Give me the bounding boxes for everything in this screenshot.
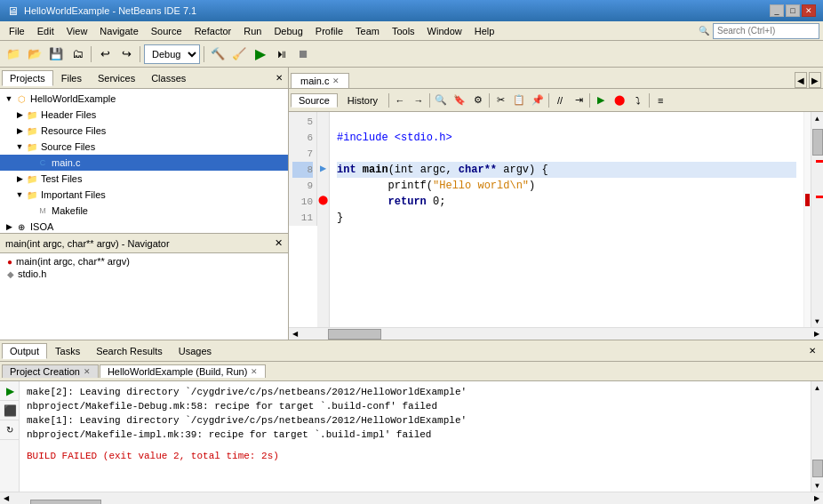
output-tab-project-close[interactable]: ✕: [84, 367, 91, 376]
tab-files[interactable]: Files: [53, 70, 90, 86]
output-stop-button[interactable]: ⬛: [0, 401, 20, 420]
et-bookmark-button[interactable]: 🔖: [451, 92, 468, 109]
menu-edit[interactable]: Edit: [32, 24, 60, 38]
output-vscroll-up[interactable]: ▲: [811, 381, 824, 394]
expand-header-icon[interactable]: ▶: [14, 110, 25, 119]
output-hscroll-thumb[interactable]: [30, 500, 101, 505]
project-tree[interactable]: ▼ ⬡ HelloWorldExample ▶ 📁 Header Files ▶…: [0, 89, 288, 233]
navigator-close[interactable]: ✕: [275, 237, 283, 249]
et-search-button[interactable]: 🔍: [432, 92, 450, 109]
output-hscroll-left[interactable]: ◀: [0, 492, 12, 505]
undo-button[interactable]: ↩: [95, 44, 115, 64]
editor-area[interactable]: 5 6 7 8 9 10 11 ▶: [289, 112, 823, 327]
clean-button[interactable]: 🧹: [229, 44, 249, 64]
et-breakpoint-button[interactable]: ⬤: [611, 92, 628, 109]
code-editor[interactable]: #include <stdio.h> int main(int argc, ch…: [330, 112, 803, 327]
tab-services[interactable]: Services: [90, 70, 143, 86]
editor-hscroll[interactable]: ◀ ▶: [289, 327, 823, 340]
tab-tasks[interactable]: Tasks: [47, 343, 88, 359]
menu-navigate[interactable]: Navigate: [94, 24, 143, 38]
menu-view[interactable]: View: [61, 24, 93, 38]
menu-run[interactable]: Run: [238, 24, 267, 38]
tree-root[interactable]: ▼ ⬡ HelloWorldExample: [0, 91, 288, 107]
new-project-button[interactable]: 📁: [4, 44, 23, 64]
maximize-button[interactable]: □: [786, 4, 800, 17]
menu-help[interactable]: Help: [469, 24, 500, 38]
expand-resource-icon[interactable]: ▶: [14, 126, 25, 135]
menu-debug[interactable]: Debug: [268, 24, 308, 38]
save-all-button[interactable]: 🗂: [68, 44, 87, 64]
et-format-button[interactable]: ⇥: [570, 92, 587, 109]
tab-scroll-right[interactable]: ▶: [809, 72, 821, 88]
menu-tools[interactable]: Tools: [387, 24, 420, 38]
et-paste-button[interactable]: 📌: [529, 92, 547, 109]
stop-button[interactable]: ⏹: [293, 44, 313, 64]
search-input[interactable]: [713, 23, 819, 39]
source-tab[interactable]: Source: [291, 93, 338, 108]
debug-run-button[interactable]: ⏯: [272, 44, 292, 64]
editor-vscroll[interactable]: ▲ ▼: [811, 112, 823, 327]
et-toggle-button[interactable]: ⚙: [469, 92, 487, 109]
hscroll-right-button[interactable]: ▶: [811, 328, 823, 340]
list-item[interactable]: ▶ ⊕ ISOA: [0, 219, 288, 233]
et-back-button[interactable]: ←: [391, 92, 409, 109]
close-button[interactable]: ✕: [802, 4, 816, 17]
vscroll-down-button[interactable]: ▼: [811, 315, 824, 327]
menu-refactor[interactable]: Refactor: [189, 24, 237, 38]
hscroll-track[interactable]: [301, 328, 811, 340]
editor-tab-mainc[interactable]: main.c ✕: [291, 73, 349, 88]
list-item[interactable]: M Makefile: [0, 203, 288, 219]
history-tab[interactable]: History: [340, 93, 386, 108]
vscroll-up-button[interactable]: ▲: [811, 112, 824, 124]
output-hscroll[interactable]: ◀ ▶: [0, 492, 823, 504]
open-button[interactable]: 📂: [25, 44, 44, 64]
output-vscroll-down[interactable]: ▼: [811, 479, 824, 492]
tab-output[interactable]: Output: [2, 343, 47, 359]
et-cut-button[interactable]: ✂: [491, 92, 509, 109]
et-copy-button[interactable]: 📋: [510, 92, 528, 109]
menu-source[interactable]: Source: [146, 24, 188, 38]
nav-item-stdio[interactable]: ◆ stdio.h: [4, 268, 284, 280]
output-text-area[interactable]: make[2]: Leaving directory `/cygdrive/c/…: [20, 381, 811, 492]
minimize-button[interactable]: _: [770, 4, 784, 17]
editor-tab-close[interactable]: ✕: [332, 76, 340, 85]
expand-isoa-icon[interactable]: ▶: [4, 222, 14, 231]
hscroll-thumb[interactable]: [328, 329, 381, 340]
run-button[interactable]: ▶: [251, 44, 270, 64]
output-vscroll[interactable]: ▲ ▼: [811, 381, 823, 492]
left-panel-close[interactable]: ✕: [272, 71, 286, 84]
tab-search-results[interactable]: Search Results: [88, 343, 171, 359]
output-tab-project-creation[interactable]: Project Creation ✕: [2, 364, 99, 378]
list-item[interactable]: ▼ 📁 Important Files: [0, 187, 288, 203]
et-more-button[interactable]: ≡: [651, 92, 669, 109]
nav-item-main[interactable]: ● main(int argc, char** argv): [4, 255, 284, 268]
et-forward-button[interactable]: →: [410, 92, 427, 109]
build-button[interactable]: 🔨: [208, 44, 228, 64]
tab-projects[interactable]: Projects: [2, 70, 53, 86]
output-vscroll-thumb[interactable]: [812, 460, 823, 477]
redo-button[interactable]: ↪: [116, 44, 136, 64]
list-item[interactable]: ▶ 📁 Resource Files: [0, 123, 288, 139]
list-item[interactable]: ▶ 📁 Test Files: [0, 171, 288, 187]
output-run-button[interactable]: ▶: [0, 381, 20, 401]
et-comment-button[interactable]: //: [551, 92, 569, 109]
vscroll-thumb[interactable]: [812, 129, 823, 156]
list-item[interactable]: ▼ 📁 Source Files: [0, 139, 288, 155]
tab-classes[interactable]: Classes: [143, 70, 194, 86]
expand-test-icon[interactable]: ▶: [14, 174, 25, 183]
tab-usages[interactable]: Usages: [171, 343, 220, 359]
tab-scroll-left[interactable]: ◀: [795, 72, 807, 88]
list-item[interactable]: C main.c: [0, 155, 288, 171]
hscroll-left-button[interactable]: ◀: [289, 328, 301, 340]
menu-file[interactable]: File: [4, 24, 30, 38]
output-hscroll-right[interactable]: ▶: [811, 492, 823, 505]
output-vscroll-track[interactable]: [811, 394, 823, 479]
output-rerun-button[interactable]: ↻: [0, 420, 20, 440]
config-select[interactable]: Debug: [144, 44, 200, 64]
menu-team[interactable]: Team: [350, 24, 385, 38]
expand-important-icon[interactable]: ▼: [14, 190, 25, 199]
output-tab-build-close[interactable]: ✕: [251, 367, 258, 376]
vscroll-track[interactable]: [811, 124, 823, 315]
menu-window[interactable]: Window: [422, 24, 467, 38]
et-debug-button[interactable]: ▶: [592, 92, 610, 109]
